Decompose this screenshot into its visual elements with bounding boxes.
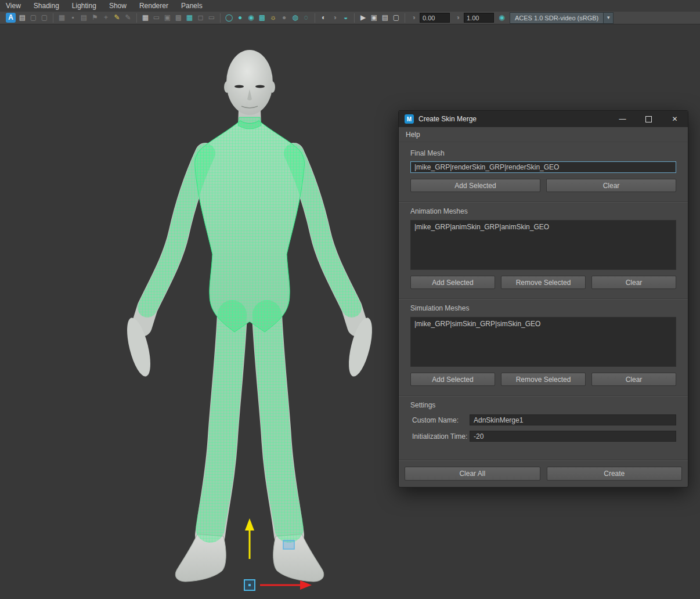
safe-title-icon[interactable]: ▭ bbox=[206, 12, 217, 23]
section-separator bbox=[399, 201, 688, 203]
use-all-lights-icon[interactable]: ☼ bbox=[268, 12, 279, 23]
menu-panels[interactable]: Panels bbox=[181, 2, 203, 10]
toolbar-separator bbox=[405, 13, 405, 23]
menu-view[interactable]: View bbox=[6, 2, 21, 10]
final-mesh-label: Final Mesh bbox=[410, 149, 676, 157]
shadows-icon[interactable]: ● bbox=[279, 12, 290, 23]
pan-zoom-icon[interactable]: + bbox=[100, 12, 111, 23]
close-button[interactable]: ✕ bbox=[662, 111, 688, 127]
image-plane-icon[interactable]: ▤ bbox=[17, 12, 28, 23]
simulation-add-selected-button[interactable]: Add Selected bbox=[410, 373, 495, 386]
section-separator bbox=[399, 395, 688, 396]
menu-shading[interactable]: Shading bbox=[34, 2, 59, 10]
minimize-button[interactable]: — bbox=[609, 111, 636, 127]
gamma-field[interactable] bbox=[464, 13, 494, 23]
field-chart-icon[interactable]: ▦ bbox=[184, 12, 195, 23]
frame-all-icon[interactable]: ▢ bbox=[28, 12, 39, 23]
manipulator-center-dot bbox=[248, 584, 251, 586]
panel-menu-bar: View Shading Lighting Show Renderer Pane… bbox=[0, 0, 700, 12]
simulation-clear-button[interactable]: Clear bbox=[591, 373, 676, 386]
mesh-list-item[interactable]: |mike_GRP|simSkin_GRP|simSkin_GEO bbox=[411, 317, 676, 328]
xray-active-icon[interactable]: ◒ bbox=[340, 12, 351, 23]
wireframe-overlay[interactable] bbox=[147, 117, 352, 528]
toolbar-separator bbox=[220, 13, 221, 23]
viewport-toolbar-icons: A▤▢▢▦▪▤⚑+✎✎▦▭▣▩▦◻▭◯●◉▩☼●◍◌◐◑◒▶▣▤▢ bbox=[5, 12, 408, 24]
textured-icon[interactable]: ▩ bbox=[257, 12, 268, 23]
view-transform-dropdown[interactable]: ACES 1.0 SDR-video (sRGB) ▼ bbox=[510, 12, 614, 24]
isolate-select-icon[interactable]: ▢ bbox=[391, 12, 402, 23]
animation-meshes-list[interactable]: |mike_GRP|animSkin_GRP|animSkin_GEO bbox=[410, 220, 676, 270]
bookmark-icon[interactable]: ⚑ bbox=[89, 12, 100, 23]
mesh-list-item[interactable]: |mike_GRP|animSkin_GRP|animSkin_GEO bbox=[411, 221, 676, 231]
xray-icon[interactable]: ◐ bbox=[318, 12, 329, 23]
custom-name-input[interactable] bbox=[470, 414, 676, 425]
color-management-icon[interactable]: ◉ bbox=[496, 12, 507, 23]
component-selection-box[interactable] bbox=[283, 540, 294, 549]
maya-window: View Shading Lighting Show Renderer Pane… bbox=[0, 0, 700, 599]
custom-name-label: Custom Name: bbox=[412, 416, 459, 424]
grid-icon[interactable]: ▦ bbox=[140, 12, 151, 23]
film-gate-icon[interactable]: ▭ bbox=[151, 12, 162, 23]
window-controls: — ✕ bbox=[609, 111, 688, 127]
dialog-footer: Clear All Create bbox=[399, 460, 688, 487]
simulation-remove-selected-button[interactable]: Remove Selected bbox=[501, 373, 586, 386]
ambient-occlusion-icon[interactable]: ◍ bbox=[290, 12, 301, 23]
toolbar-separator bbox=[136, 13, 137, 23]
pencil-icon[interactable]: ✎ bbox=[111, 12, 122, 23]
simulation-meshes-label: Simulation Meshes bbox=[410, 304, 676, 312]
simulation-meshes-list[interactable]: |mike_GRP|simSkin_GRP|simSkin_GEO bbox=[410, 317, 676, 367]
head[interactable] bbox=[226, 50, 273, 115]
menu-renderer[interactable]: Renderer bbox=[139, 2, 168, 10]
toolbar-separator bbox=[53, 13, 53, 23]
clear-all-button[interactable]: Clear All bbox=[405, 467, 540, 481]
help-menu[interactable]: Help bbox=[406, 131, 420, 139]
xray-joints-icon[interactable]: ◑ bbox=[329, 12, 340, 23]
exposure-field[interactable] bbox=[420, 13, 450, 23]
dialog-titlebar[interactable]: M Create Skin Merge — ✕ bbox=[399, 111, 688, 127]
final-mesh-clear-button[interactable]: Clear bbox=[546, 179, 676, 192]
maximize-icon bbox=[645, 116, 652, 122]
paste-pose-icon[interactable]: ▣ bbox=[369, 12, 380, 23]
select-tool-icon[interactable]: ▶ bbox=[358, 12, 369, 23]
a-annotate-icon[interactable]: A bbox=[6, 13, 16, 23]
camera-attributes-icon[interactable]: ▤ bbox=[78, 12, 89, 23]
exposure-icon[interactable]: ◑ bbox=[408, 12, 419, 23]
animation-clear-button[interactable]: Clear bbox=[591, 276, 676, 289]
menu-show[interactable]: Show bbox=[109, 2, 127, 10]
resolution-gate-icon[interactable]: ▣ bbox=[162, 12, 173, 23]
frame-selected-icon[interactable]: ▢ bbox=[39, 12, 50, 23]
section-separator bbox=[399, 298, 688, 300]
dialog-menubar: Help bbox=[399, 127, 688, 142]
motion-blur-icon[interactable]: ◌ bbox=[301, 12, 312, 23]
eye-right bbox=[255, 85, 265, 88]
initialization-time-input[interactable] bbox=[470, 431, 676, 442]
view-transform-value: ACES 1.0 SDR-video (sRGB) bbox=[510, 15, 603, 21]
wireframe-icon[interactable]: ◯ bbox=[223, 12, 234, 23]
toolbar-separator bbox=[315, 13, 315, 23]
manipulator-x-arrowhead[interactable] bbox=[300, 580, 312, 590]
viewport-toolbar: A▤▢▢▦▪▤⚑+✎✎▦▭▣▩▦◻▭◯●◉▩☼●◍◌◐◑◒▶▣▤▢ ◑ ◑ ◉ … bbox=[0, 12, 700, 24]
create-button[interactable]: Create bbox=[547, 467, 683, 481]
create-skin-merge-dialog: M Create Skin Merge — ✕ Help Final Mesh … bbox=[398, 110, 688, 488]
gate-mask-icon[interactable]: ▩ bbox=[173, 12, 184, 23]
final-mesh-input[interactable] bbox=[410, 161, 676, 173]
animation-remove-selected-button[interactable]: Remove Selected bbox=[501, 276, 586, 289]
menu-lighting[interactable]: Lighting bbox=[72, 2, 96, 10]
animation-meshes-label: Animation Meshes bbox=[410, 207, 676, 215]
clipboard-icon[interactable]: ▤ bbox=[380, 12, 391, 23]
manipulator-y-arrowhead[interactable] bbox=[245, 518, 254, 531]
wireframe-on-shaded-icon[interactable]: ◉ bbox=[246, 12, 257, 23]
animation-add-selected-button[interactable]: Add Selected bbox=[410, 276, 495, 289]
safe-action-icon[interactable]: ◻ bbox=[195, 12, 206, 23]
chevron-down-icon[interactable]: ▼ bbox=[603, 13, 613, 23]
brush-icon[interactable]: ✎ bbox=[122, 12, 133, 23]
maximize-button[interactable] bbox=[636, 111, 662, 127]
gamma-icon[interactable]: ◑ bbox=[452, 12, 463, 23]
smooth-shade-icon[interactable]: ● bbox=[234, 12, 246, 23]
lock-camera-icon[interactable]: ▪ bbox=[67, 12, 78, 23]
select-camera-icon[interactable]: ▦ bbox=[56, 12, 67, 23]
final-mesh-add-selected-button[interactable]: Add Selected bbox=[410, 179, 540, 192]
dialog-title: Create Skin Merge bbox=[418, 115, 477, 123]
toolbar-separator bbox=[354, 13, 355, 23]
settings-label: Settings bbox=[410, 401, 676, 409]
